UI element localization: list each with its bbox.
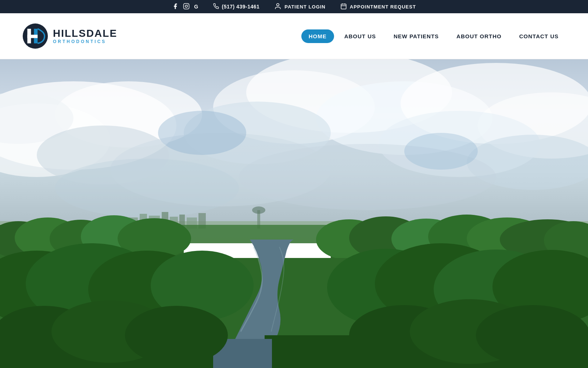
svg-point-30 bbox=[404, 133, 478, 170]
svg-point-41 bbox=[252, 206, 265, 214]
svg-rect-11 bbox=[27, 35, 37, 38]
svg-point-72 bbox=[125, 306, 228, 365]
nav-menu: HOME ABOUT US NEW PATIENTS ABOUT ORTHO C… bbox=[301, 29, 566, 43]
logo-name: HILLSDALE bbox=[53, 28, 117, 39]
facebook-icon[interactable] bbox=[172, 3, 179, 11]
patient-login-label[interactable]: PATIENT LOGIN bbox=[284, 4, 325, 10]
nav-about-us[interactable]: ABOUT US bbox=[337, 29, 383, 43]
svg-point-3 bbox=[277, 3, 279, 6]
logo-subtitle: ORTHODONTICS bbox=[53, 39, 117, 44]
nav-about-ortho[interactable]: ABOUT ORTHO bbox=[449, 29, 509, 43]
phone-section[interactable]: (517) 439-1461 bbox=[213, 3, 260, 10]
svg-point-28 bbox=[55, 159, 239, 217]
topbar: G (517) 439-1461 PATIENT LOGIN APPOINTME… bbox=[0, 0, 588, 13]
patient-login-section[interactable]: PATIENT LOGIN bbox=[274, 3, 325, 11]
appointment-request-section[interactable]: APPOINTMENT REQUEST bbox=[340, 3, 416, 11]
calendar-icon bbox=[340, 3, 347, 11]
svg-rect-0 bbox=[184, 3, 189, 9]
phone-number[interactable]: (517) 439-1461 bbox=[222, 4, 260, 10]
instagram-icon[interactable] bbox=[183, 3, 190, 11]
hero-section bbox=[0, 59, 588, 368]
svg-point-75 bbox=[476, 305, 588, 365]
svg-point-29 bbox=[158, 111, 246, 155]
social-links[interactable]: G bbox=[172, 3, 198, 11]
svg-rect-4 bbox=[341, 4, 346, 9]
logo-icon bbox=[22, 23, 49, 49]
svg-point-2 bbox=[188, 4, 189, 5]
navbar: HILLSDALE ORTHODONTICS HOME ABOUT US NEW… bbox=[0, 13, 588, 59]
phone-icon bbox=[213, 3, 219, 10]
hero-image bbox=[0, 59, 588, 368]
nav-home[interactable]: HOME bbox=[301, 29, 334, 43]
nav-new-patients[interactable]: NEW PATIENTS bbox=[386, 29, 446, 43]
appointment-label[interactable]: APPOINTMENT REQUEST bbox=[350, 4, 416, 10]
svg-point-1 bbox=[185, 5, 187, 7]
google-icon[interactable]: G bbox=[194, 4, 198, 10]
nav-contact-us[interactable]: CONTACT US bbox=[512, 29, 566, 43]
logo-text: HILLSDALE ORTHODONTICS bbox=[53, 28, 117, 45]
logo[interactable]: HILLSDALE ORTHODONTICS bbox=[22, 23, 117, 49]
user-icon bbox=[274, 3, 282, 11]
